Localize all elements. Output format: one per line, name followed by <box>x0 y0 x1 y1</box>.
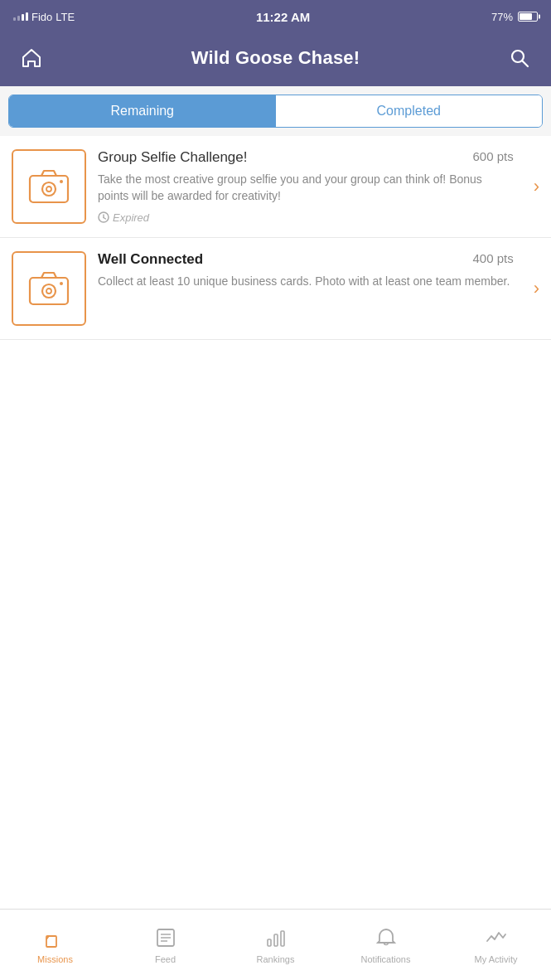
missions-nav-label: Missions <box>37 954 73 964</box>
task-image-group-selfie <box>12 149 86 224</box>
status-bar: Fido LTE 11:22 AM 77% <box>0 0 551 33</box>
feed-nav-label: Feed <box>155 954 176 964</box>
status-right: 77% <box>491 11 538 23</box>
task-image-well-connected <box>12 251 86 326</box>
svg-point-5 <box>60 180 63 183</box>
table-row[interactable]: Group Selfie Challenge! 600 pts Take the… <box>0 136 551 238</box>
task-body-well-connected: Well Connected 400 pts Collect at least … <box>98 251 522 296</box>
svg-rect-2 <box>30 176 68 202</box>
task-body-group-selfie: Group Selfie Challenge! 600 pts Take the… <box>98 149 522 224</box>
chevron-right-icon[interactable]: › <box>534 176 539 197</box>
battery-icon <box>518 12 538 22</box>
nav-item-my-activity[interactable]: My Activity <box>441 919 551 971</box>
empty-area <box>0 577 551 909</box>
network-label: LTE <box>56 11 75 23</box>
status-left: Fido LTE <box>13 11 75 23</box>
rankings-icon <box>264 926 288 949</box>
bottom-nav: Missions Feed Rankings Notifications <box>0 909 551 980</box>
signal-icon <box>13 12 28 21</box>
tab-completed[interactable]: Completed <box>276 95 543 127</box>
rankings-nav-label: Rankings <box>257 954 295 964</box>
svg-point-11 <box>46 289 51 294</box>
task-points: 600 pts <box>472 149 513 163</box>
task-points: 400 pts <box>472 251 513 265</box>
nav-item-notifications[interactable]: Notifications <box>331 919 441 971</box>
nav-item-rankings[interactable]: Rankings <box>220 919 331 971</box>
my-activity-icon <box>485 926 508 949</box>
svg-rect-20 <box>274 934 278 946</box>
task-list: Group Selfie Challenge! 600 pts Take the… <box>0 136 551 577</box>
header: Wild Goose Chase! <box>0 33 551 86</box>
expired-label: Expired <box>113 211 149 224</box>
task-title: Group Selfie Challenge! <box>98 149 466 166</box>
svg-line-8 <box>104 218 106 220</box>
battery-percent: 77% <box>491 11 513 23</box>
expired-status: Expired <box>98 211 514 224</box>
task-description: Collect at least 10 unique business card… <box>98 273 514 289</box>
nav-item-feed[interactable]: Feed <box>110 919 220 971</box>
task-description: Take the most creative group selfie you … <box>98 171 514 205</box>
svg-point-4 <box>46 187 51 192</box>
svg-rect-19 <box>268 939 271 946</box>
tab-remaining[interactable]: Remaining <box>9 95 276 127</box>
svg-point-3 <box>42 182 56 196</box>
clock-icon <box>98 211 109 223</box>
notifications-nav-label: Notifications <box>361 954 411 964</box>
svg-line-1 <box>523 61 529 67</box>
feed-icon <box>154 926 177 949</box>
svg-point-12 <box>60 282 63 285</box>
my-activity-nav-label: My Activity <box>475 954 518 964</box>
tab-toggle: Remaining Completed <box>8 95 543 128</box>
missions-icon <box>44 926 67 949</box>
task-title: Well Connected <box>98 251 466 268</box>
search-icon[interactable] <box>505 43 534 73</box>
status-time: 11:22 AM <box>256 10 310 24</box>
page-title: Wild Goose Chase! <box>191 47 360 69</box>
svg-rect-9 <box>30 278 68 304</box>
home-icon[interactable] <box>17 43 46 73</box>
nav-item-missions[interactable]: Missions <box>0 919 110 971</box>
carrier-label: Fido <box>31 11 52 23</box>
svg-rect-21 <box>281 931 284 946</box>
table-row[interactable]: Well Connected 400 pts Collect at least … <box>0 238 551 340</box>
svg-point-10 <box>42 284 56 298</box>
notifications-icon <box>375 926 398 949</box>
chevron-right-icon[interactable]: › <box>534 278 539 299</box>
